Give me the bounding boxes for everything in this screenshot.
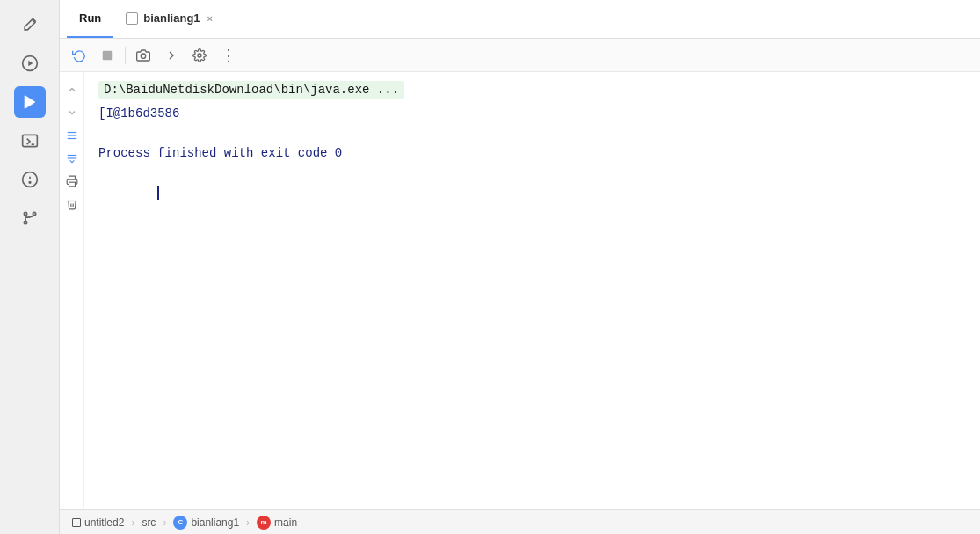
console-wrapper: D:\BaiduNetdiskDownload\bin\java.exe ...… bbox=[60, 72, 980, 509]
clear-button[interactable] bbox=[63, 195, 81, 213]
svg-marker-1 bbox=[28, 61, 33, 67]
sidebar-warning-icon[interactable] bbox=[14, 164, 46, 195]
svg-rect-12 bbox=[103, 50, 113, 60]
status-src: src bbox=[142, 516, 156, 529]
scroll-down-button[interactable] bbox=[63, 104, 81, 121]
svg-point-13 bbox=[141, 54, 145, 58]
tab-bianliang1[interactable]: bianliang1 × bbox=[113, 0, 225, 38]
sidebar-play-icon[interactable] bbox=[14, 86, 46, 118]
svg-point-14 bbox=[198, 54, 201, 57]
gutter bbox=[60, 72, 84, 509]
screenshot-button[interactable] bbox=[131, 43, 156, 68]
print-button[interactable] bbox=[63, 172, 81, 190]
redirect-button[interactable] bbox=[159, 43, 184, 68]
sidebar bbox=[0, 0, 60, 534]
svg-point-10 bbox=[33, 212, 35, 215]
tab-close-button[interactable]: × bbox=[207, 13, 213, 24]
toolbar: ⋮ bbox=[60, 39, 980, 72]
file-badge: C bbox=[173, 516, 187, 530]
status-project-label: untitled2 bbox=[84, 516, 124, 529]
filter-button[interactable] bbox=[63, 127, 81, 144]
output-line-1: [I@1b6d3586 bbox=[98, 104, 966, 123]
sep2: › bbox=[163, 516, 166, 529]
cursor-line bbox=[98, 163, 966, 222]
status-method-label: main bbox=[274, 516, 297, 529]
sidebar-git-icon[interactable] bbox=[14, 202, 46, 234]
sep3: › bbox=[246, 516, 250, 529]
status-project: untitled2 bbox=[72, 516, 124, 529]
svg-point-8 bbox=[24, 221, 26, 223]
status-bar: untitled2 › src › C bianliang1 › m main bbox=[60, 509, 980, 534]
tab-file-label: bianliang1 bbox=[143, 11, 200, 25]
main-panel: Run bianliang1 × bbox=[60, 0, 980, 534]
scroll-up-button[interactable] bbox=[63, 81, 81, 99]
sep1: › bbox=[131, 516, 134, 529]
command-line: D:\BaiduNetdiskDownload\bin\java.exe ... bbox=[98, 81, 966, 104]
svg-rect-20 bbox=[69, 182, 75, 187]
status-method: m main bbox=[257, 516, 297, 530]
rerun-button[interactable] bbox=[67, 43, 91, 68]
text-cursor bbox=[157, 186, 159, 199]
tab-run[interactable]: Run bbox=[67, 0, 113, 38]
status-file: C bianliang1 bbox=[173, 516, 239, 530]
console-output: D:\BaiduNetdiskDownload\bin\java.exe ...… bbox=[84, 72, 980, 509]
svg-marker-2 bbox=[25, 96, 35, 109]
svg-point-9 bbox=[24, 212, 26, 215]
method-badge: m bbox=[257, 516, 271, 530]
svg-point-7 bbox=[29, 182, 31, 184]
project-icon bbox=[72, 518, 81, 527]
stop-button[interactable] bbox=[95, 43, 120, 68]
status-file-label: bianliang1 bbox=[191, 516, 239, 529]
sidebar-terminal-icon[interactable] bbox=[14, 125, 46, 157]
more-button[interactable]: ⋮ bbox=[215, 43, 240, 68]
toolbar-divider-1 bbox=[125, 47, 126, 64]
tab-run-label: Run bbox=[79, 11, 101, 25]
sidebar-run-icon[interactable] bbox=[14, 48, 46, 79]
file-icon bbox=[126, 12, 138, 25]
tab-bar: Run bianliang1 × bbox=[60, 0, 980, 39]
command-highlight: D:\BaiduNetdiskDownload\bin\java.exe ... bbox=[98, 81, 404, 99]
scroll-to-end-button[interactable] bbox=[63, 150, 81, 167]
sidebar-hammer-icon[interactable] bbox=[14, 9, 46, 40]
settings-button[interactable] bbox=[187, 43, 212, 68]
output-line-2 bbox=[98, 123, 966, 143]
output-line-3: Process finished with exit code 0 bbox=[98, 143, 966, 163]
